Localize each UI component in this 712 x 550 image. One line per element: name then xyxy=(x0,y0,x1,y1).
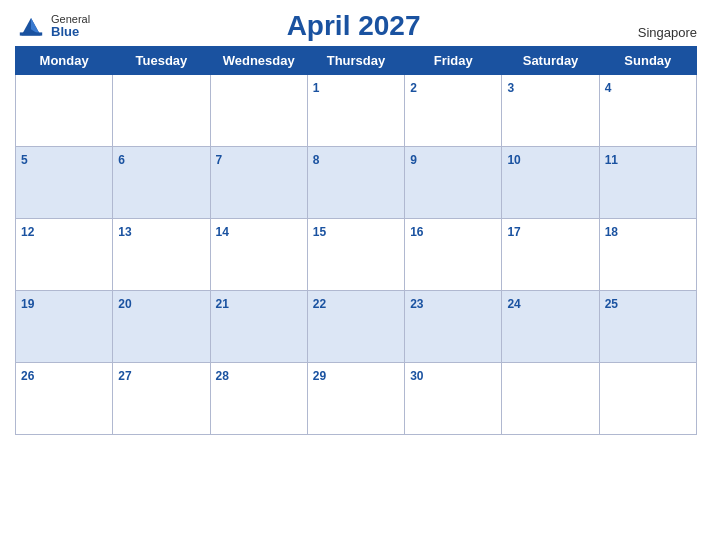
table-row: 15 xyxy=(307,219,404,291)
day-number: 6 xyxy=(118,153,125,167)
day-number: 14 xyxy=(216,225,229,239)
day-number: 12 xyxy=(21,225,34,239)
day-number: 19 xyxy=(21,297,34,311)
logo-text: General Blue xyxy=(51,13,90,39)
calendar-week-row: 1234 xyxy=(16,75,697,147)
table-row xyxy=(502,363,599,435)
table-row: 8 xyxy=(307,147,404,219)
calendar-week-row: 12131415161718 xyxy=(16,219,697,291)
calendar-table: Monday Tuesday Wednesday Thursday Friday… xyxy=(15,46,697,435)
day-number: 15 xyxy=(313,225,326,239)
table-row: 26 xyxy=(16,363,113,435)
location-label: Singapore xyxy=(617,25,697,42)
day-number: 21 xyxy=(216,297,229,311)
table-row: 10 xyxy=(502,147,599,219)
calendar-week-row: 19202122232425 xyxy=(16,291,697,363)
calendar-title: April 2027 xyxy=(287,10,421,41)
table-row: 18 xyxy=(599,219,696,291)
day-number: 26 xyxy=(21,369,34,383)
header-saturday: Saturday xyxy=(502,47,599,75)
table-row: 30 xyxy=(405,363,502,435)
table-row: 27 xyxy=(113,363,210,435)
day-number: 7 xyxy=(216,153,223,167)
general-blue-icon xyxy=(15,10,47,42)
calendar-week-row: 2627282930 xyxy=(16,363,697,435)
day-number: 16 xyxy=(410,225,423,239)
day-number: 13 xyxy=(118,225,131,239)
table-row: 16 xyxy=(405,219,502,291)
table-row: 5 xyxy=(16,147,113,219)
table-row: 14 xyxy=(210,219,307,291)
day-number: 2 xyxy=(410,81,417,95)
table-row: 2 xyxy=(405,75,502,147)
day-number: 10 xyxy=(507,153,520,167)
table-row: 25 xyxy=(599,291,696,363)
table-row: 13 xyxy=(113,219,210,291)
calendar-page: General Blue April 2027 Singapore Monday… xyxy=(0,0,712,550)
day-number: 8 xyxy=(313,153,320,167)
table-row: 23 xyxy=(405,291,502,363)
weekday-header-row: Monday Tuesday Wednesday Thursday Friday… xyxy=(16,47,697,75)
table-row: 9 xyxy=(405,147,502,219)
table-row: 7 xyxy=(210,147,307,219)
table-row xyxy=(113,75,210,147)
svg-rect-3 xyxy=(20,32,42,35)
day-number: 11 xyxy=(605,153,618,167)
day-number: 20 xyxy=(118,297,131,311)
table-row: 1 xyxy=(307,75,404,147)
table-row: 20 xyxy=(113,291,210,363)
day-number: 4 xyxy=(605,81,612,95)
day-number: 23 xyxy=(410,297,423,311)
table-row: 28 xyxy=(210,363,307,435)
day-number: 30 xyxy=(410,369,423,383)
day-number: 1 xyxy=(313,81,320,95)
table-row: 4 xyxy=(599,75,696,147)
table-row: 3 xyxy=(502,75,599,147)
day-number: 24 xyxy=(507,297,520,311)
day-number: 27 xyxy=(118,369,131,383)
day-number: 9 xyxy=(410,153,417,167)
day-number: 22 xyxy=(313,297,326,311)
table-row: 19 xyxy=(16,291,113,363)
table-row: 24 xyxy=(502,291,599,363)
day-number: 25 xyxy=(605,297,618,311)
day-number: 28 xyxy=(216,369,229,383)
day-number: 29 xyxy=(313,369,326,383)
table-row: 6 xyxy=(113,147,210,219)
table-row: 12 xyxy=(16,219,113,291)
logo: General Blue xyxy=(15,10,90,42)
title-area: April 2027 xyxy=(90,10,617,42)
calendar-week-row: 567891011 xyxy=(16,147,697,219)
day-number: 17 xyxy=(507,225,520,239)
day-number: 18 xyxy=(605,225,618,239)
day-number: 5 xyxy=(21,153,28,167)
header-thursday: Thursday xyxy=(307,47,404,75)
header-tuesday: Tuesday xyxy=(113,47,210,75)
table-row: 21 xyxy=(210,291,307,363)
header-sunday: Sunday xyxy=(599,47,696,75)
table-row xyxy=(210,75,307,147)
day-number: 3 xyxy=(507,81,514,95)
table-row xyxy=(16,75,113,147)
table-row: 17 xyxy=(502,219,599,291)
logo-blue-label: Blue xyxy=(51,25,90,39)
table-row: 29 xyxy=(307,363,404,435)
table-row: 22 xyxy=(307,291,404,363)
header-friday: Friday xyxy=(405,47,502,75)
header: General Blue April 2027 Singapore xyxy=(15,10,697,42)
table-row: 11 xyxy=(599,147,696,219)
header-wednesday: Wednesday xyxy=(210,47,307,75)
header-monday: Monday xyxy=(16,47,113,75)
table-row xyxy=(599,363,696,435)
